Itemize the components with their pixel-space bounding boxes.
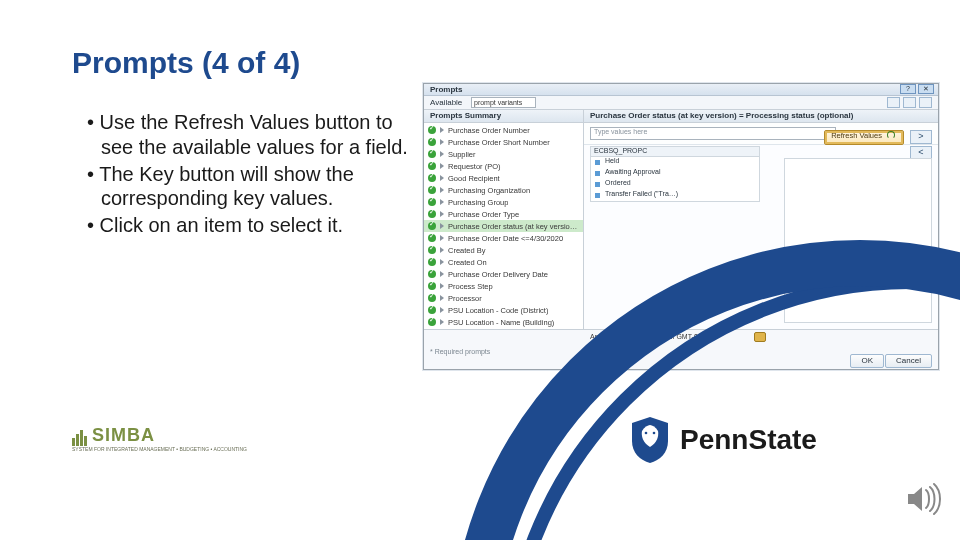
check-icon bbox=[428, 210, 436, 218]
check-icon bbox=[428, 198, 436, 206]
lov-item[interactable]: Ordered bbox=[591, 179, 759, 190]
chevron-right-icon bbox=[440, 211, 444, 217]
lov-header: ECBSQ_PROPC bbox=[591, 147, 759, 157]
toolbar-button[interactable] bbox=[887, 97, 900, 108]
simba-tagline: SYSTEM FOR INTEGRATED MANAGEMENT • BUDGE… bbox=[72, 446, 247, 452]
prompt-label: Purchase Order status (at key version) =… bbox=[448, 222, 579, 231]
prompt-row[interactable]: Purchase Order Delivery Date bbox=[424, 268, 583, 280]
slide-title: Prompts (4 of 4) bbox=[72, 46, 300, 80]
prompt-row[interactable]: PSU Location - Code (District) bbox=[424, 304, 583, 316]
check-icon bbox=[428, 138, 436, 146]
help-button[interactable]: ? bbox=[900, 84, 916, 94]
refresh-icon bbox=[887, 131, 895, 139]
prompt-row[interactable]: Purchase Order Date <=4/30/2020 bbox=[424, 232, 583, 244]
add-value-button[interactable]: > bbox=[910, 130, 932, 144]
prompt-row[interactable]: Purchase Order Short Number bbox=[424, 136, 583, 148]
check-icon bbox=[428, 234, 436, 242]
chevron-right-icon bbox=[440, 283, 444, 289]
check-icon bbox=[428, 282, 436, 290]
prompt-row[interactable]: Purchase Order Type bbox=[424, 208, 583, 220]
toolbar-button[interactable] bbox=[903, 97, 916, 108]
prompt-row[interactable]: Process Step bbox=[424, 280, 583, 292]
toolbar-button[interactable] bbox=[919, 97, 932, 108]
chevron-right-icon bbox=[440, 223, 444, 229]
prompt-row[interactable]: Purchasing Organization bbox=[424, 184, 583, 196]
prompt-row[interactable]: Created On bbox=[424, 256, 583, 268]
prompt-label: Good Recipient bbox=[448, 174, 500, 183]
prompt-label: PSU Location - Name (Building) bbox=[448, 318, 554, 327]
check-icon bbox=[428, 294, 436, 302]
slide: Prompts (4 of 4) Use the Refresh Values … bbox=[0, 0, 960, 540]
available-label: Available bbox=[430, 98, 462, 107]
refresh-label: Refresh Values bbox=[831, 131, 882, 140]
prompt-label: Created By bbox=[448, 246, 486, 255]
prompt-row[interactable]: Purchase Order Number bbox=[424, 124, 583, 136]
check-icon bbox=[428, 306, 436, 314]
prompt-row[interactable]: Processor bbox=[424, 292, 583, 304]
slide-body: Use the Refresh Values button to see the… bbox=[87, 110, 417, 240]
refresh-values-button[interactable]: Refresh Values bbox=[824, 130, 904, 145]
prompts-summary-panel: Prompts Summary Purchase Order NumberPur… bbox=[424, 110, 584, 329]
variant-dropdown[interactable]: prompt variants bbox=[471, 97, 536, 108]
chevron-right-icon bbox=[440, 139, 444, 145]
bullet: The Key button will show the correspondi… bbox=[101, 162, 417, 212]
required-note: * Required prompts bbox=[430, 348, 490, 355]
chevron-right-icon bbox=[440, 319, 444, 325]
chevron-right-icon bbox=[440, 175, 444, 181]
check-icon bbox=[428, 162, 436, 170]
check-icon bbox=[428, 150, 436, 158]
prompt-label: Requestor (PO) bbox=[448, 162, 501, 171]
lov-item[interactable]: Awaiting Approval bbox=[591, 168, 759, 179]
check-icon bbox=[428, 222, 436, 230]
dialog-title: Prompts bbox=[430, 85, 462, 94]
check-icon bbox=[428, 126, 436, 134]
lov-item[interactable]: Held bbox=[591, 157, 759, 168]
chevron-right-icon bbox=[440, 271, 444, 277]
prompt-row[interactable]: Purchasing Group bbox=[424, 196, 583, 208]
list-of-values[interactable]: ECBSQ_PROPC HeldAwaiting ApprovalOrdered… bbox=[590, 146, 760, 202]
simba-bars-icon bbox=[72, 425, 88, 446]
prompt-label: Created On bbox=[448, 258, 487, 267]
check-icon bbox=[428, 270, 436, 278]
prompt-label: Purchase Order Delivery Date bbox=[448, 270, 548, 279]
bullet: Click on an item to select it. bbox=[101, 213, 417, 238]
simba-logo: SIMBA SYSTEM FOR INTEGRATED MANAGEMENT •… bbox=[72, 425, 247, 452]
check-icon bbox=[428, 246, 436, 254]
value-input[interactable]: Type values here bbox=[590, 127, 836, 140]
prompt-row[interactable]: Purchase Order status (at key version) =… bbox=[424, 220, 583, 232]
close-button[interactable]: ✕ bbox=[918, 84, 934, 94]
chevron-right-icon bbox=[440, 187, 444, 193]
prompt-row[interactable]: PSU Location - Name (Building) bbox=[424, 316, 583, 328]
prompt-row[interactable]: Created By bbox=[424, 244, 583, 256]
check-icon bbox=[428, 174, 436, 182]
chevron-right-icon bbox=[440, 235, 444, 241]
prompt-label: Purchasing Group bbox=[448, 198, 508, 207]
prompt-row[interactable]: Supplier bbox=[424, 148, 583, 160]
simba-word: SIMBA bbox=[92, 425, 155, 445]
chevron-right-icon bbox=[440, 151, 444, 157]
chevron-right-icon bbox=[440, 247, 444, 253]
dialog-toolbar: Available prompt variants bbox=[424, 96, 938, 110]
chevron-right-icon bbox=[440, 199, 444, 205]
chevron-right-icon bbox=[440, 295, 444, 301]
speaker-icon bbox=[904, 480, 942, 522]
bullet: Use the Refresh Values button to see the… bbox=[101, 110, 417, 160]
prompt-row[interactable]: Requestor (PO) bbox=[424, 160, 583, 172]
chevron-right-icon bbox=[440, 259, 444, 265]
prompt-label: Supplier bbox=[448, 150, 476, 159]
dialog-titlebar: Prompts ? ✕ bbox=[424, 84, 938, 96]
prompt-label: Process Step bbox=[448, 282, 493, 291]
prompt-label: Purchase Order Date <=4/30/2020 bbox=[448, 234, 563, 243]
prompt-row[interactable]: Good Recipient bbox=[424, 172, 583, 184]
lov-item[interactable]: Transfer Failed ("Tra…) bbox=[591, 190, 759, 201]
prompt-label: Purchase Order Type bbox=[448, 210, 519, 219]
prompt-value-header: Purchase Order status (at key version) =… bbox=[584, 110, 938, 123]
check-icon bbox=[428, 186, 436, 194]
prompt-label: Purchase Order Short Number bbox=[448, 138, 550, 147]
prompt-label: Purchasing Organization bbox=[448, 186, 530, 195]
chevron-right-icon bbox=[440, 127, 444, 133]
chevron-right-icon bbox=[440, 307, 444, 313]
prompts-summary-header: Prompts Summary bbox=[424, 110, 583, 123]
prompts-list[interactable]: Purchase Order NumberPurchase Order Shor… bbox=[424, 123, 583, 329]
check-icon bbox=[428, 318, 436, 326]
